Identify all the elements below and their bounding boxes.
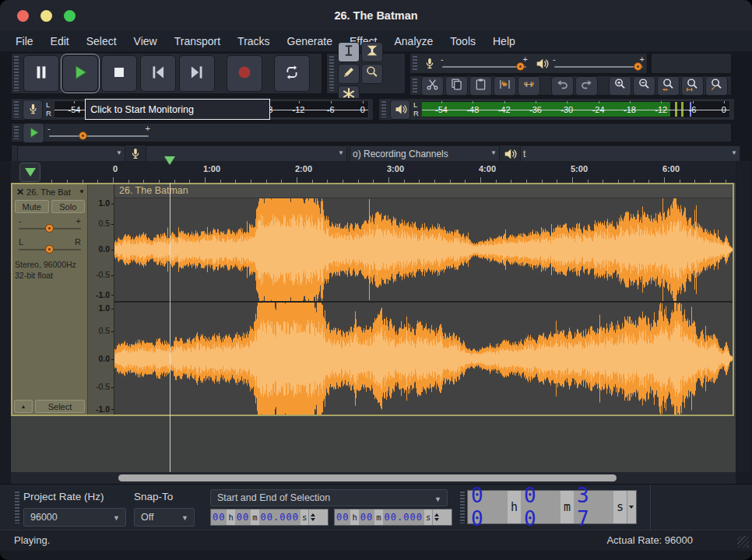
selection-start-field[interactable]: 00h00m00.000s: [210, 509, 329, 526]
menu-item-select[interactable]: Select: [78, 35, 125, 47]
menu-item-help[interactable]: Help: [484, 35, 524, 47]
resize-grip[interactable]: [737, 536, 749, 548]
menu-item-file[interactable]: File: [16, 35, 42, 47]
spinner-down-icon[interactable]: [434, 518, 439, 521]
pan-knob[interactable]: [45, 245, 54, 254]
undo-button[interactable]: [551, 76, 574, 96]
menu-item-transport[interactable]: Transport: [166, 35, 229, 47]
waveform-right-channel[interactable]: [114, 303, 733, 415]
zoom-tool-button[interactable]: [361, 64, 383, 84]
playback-volume-knob[interactable]: [634, 62, 642, 71]
field-spinner[interactable]: [432, 509, 441, 525]
menu-item-tools[interactable]: Tools: [441, 35, 484, 47]
silence-audio-button[interactable]: [518, 76, 540, 96]
snap-to-select[interactable]: Off▼: [134, 508, 195, 527]
mixer-toolbar-grip[interactable]: [413, 56, 417, 71]
zoom-in-button[interactable]: [609, 76, 631, 96]
menu-item-tracks[interactable]: Tracks: [229, 35, 278, 47]
skip-to-end-button[interactable]: [179, 55, 215, 92]
spinner-down-icon[interactable]: [629, 506, 634, 509]
copy-button[interactable]: [445, 76, 468, 96]
vertical-scrollbar[interactable]: [736, 161, 750, 472]
pinned-playhead-button[interactable]: [19, 163, 40, 182]
edit-toolbar-grip[interactable]: [413, 79, 417, 93]
play-speed-grip[interactable]: [14, 126, 19, 139]
timeline-ruler[interactable]: 01:002:003:004:005:006:00: [11, 161, 736, 184]
selection-mode-select[interactable]: Start and End of Selection▼: [210, 489, 448, 506]
tools-toolbar-grip[interactable]: [329, 56, 334, 91]
time-digits[interactable]: 00: [335, 509, 350, 525]
time-unit[interactable]: m: [251, 509, 258, 525]
audio-host-select[interactable]: ▼: [17, 145, 125, 162]
time-unit[interactable]: m: [560, 491, 574, 523]
recording-meter-mic-icon[interactable]: [23, 100, 43, 120]
collapse-track-button[interactable]: ▲: [14, 400, 33, 413]
gain-slider[interactable]: - +: [19, 215, 81, 235]
spinner-up-icon[interactable]: [434, 513, 439, 516]
track-area[interactable]: ✕ 26. The Bat ▼ Mute Solo - + L R: [11, 183, 736, 472]
recording-device-select[interactable]: ▼: [146, 145, 347, 162]
field-spinner[interactable]: [308, 509, 317, 525]
zoom-toggle-button[interactable]: [705, 76, 728, 96]
menu-item-view[interactable]: View: [125, 35, 166, 47]
zoom-to-selection-button[interactable]: [657, 76, 680, 96]
track-name[interactable]: 26. The Bat: [26, 187, 79, 197]
recording-meter[interactable]: -54-48-42-36-30-24-18-12-60Click to Star…: [54, 100, 369, 118]
time-unit[interactable]: h: [227, 509, 234, 525]
time-digits[interactable]: 00: [235, 509, 251, 525]
counter-grip[interactable]: [460, 492, 465, 523]
time-digits[interactable]: 3 7: [574, 491, 613, 523]
track-menu-chevron-icon[interactable]: ▼: [79, 188, 86, 195]
menu-item-edit[interactable]: Edit: [42, 35, 78, 47]
menu-item-generate[interactable]: Generate: [279, 35, 341, 47]
selection-toolbar-grip[interactable]: [15, 492, 19, 523]
zoom-out-button[interactable]: [633, 76, 655, 96]
project-rate-select[interactable]: 96000▼: [23, 508, 126, 527]
redo-button[interactable]: [575, 76, 598, 96]
time-unit[interactable]: s: [424, 509, 432, 525]
time-unit[interactable]: h: [508, 491, 521, 523]
solo-button[interactable]: Solo: [51, 200, 86, 213]
play-at-speed-button[interactable]: [23, 123, 44, 143]
pause-button[interactable]: [23, 55, 59, 92]
vertical-scale-ruler[interactable]: 1.00.50.0-0.5-1.01.00.50.0-0.5-1.0: [87, 184, 114, 415]
envelope-tool-button[interactable]: [361, 42, 383, 62]
time-digits[interactable]: 0 0: [521, 491, 560, 523]
selection-end-field[interactable]: 00h00m00.000s: [334, 509, 452, 526]
field-spinner[interactable]: [627, 491, 636, 523]
time-digits[interactable]: 00.000: [259, 509, 300, 525]
record-button[interactable]: [227, 55, 262, 92]
close-window-button[interactable]: [17, 10, 29, 22]
loop-button[interactable]: [274, 55, 310, 92]
play-button[interactable]: [62, 55, 98, 92]
waveform-left-channel[interactable]: [114, 198, 733, 301]
horizontal-scrollbar[interactable]: [11, 472, 736, 484]
selection-tool-button[interactable]: [338, 42, 360, 62]
pan-slider[interactable]: L R: [19, 236, 81, 256]
time-unit[interactable]: m: [374, 509, 382, 525]
playback-volume-slider[interactable]: - +: [553, 54, 645, 73]
trim-outside-button[interactable]: [494, 76, 516, 96]
time-digits[interactable]: 00: [211, 509, 227, 525]
play-speed-slider[interactable]: - +: [47, 124, 150, 142]
maximize-window-button[interactable]: [64, 10, 76, 22]
cut-button[interactable]: [421, 76, 444, 96]
time-digits[interactable]: 0 0: [468, 491, 508, 523]
play-speed-knob[interactable]: [79, 131, 87, 140]
horizontal-scrollbar-thumb[interactable]: [118, 474, 617, 481]
window-titlebar[interactable]: 26. The Batman: [0, 0, 752, 31]
time-unit[interactable]: s: [613, 491, 627, 523]
audio-position-counter[interactable]: 0 0h0 0m3 7s: [467, 490, 637, 524]
time-unit[interactable]: h: [350, 509, 358, 525]
close-track-button[interactable]: ✕: [14, 187, 26, 198]
playback-meter-grip[interactable]: [381, 101, 386, 117]
record-volume-slider[interactable]: - +: [441, 54, 528, 73]
stop-button[interactable]: [101, 55, 137, 92]
select-track-button[interactable]: Select: [35, 400, 85, 413]
clip-title[interactable]: 26. The Batman: [114, 184, 733, 198]
time-digits[interactable]: 00: [359, 509, 374, 525]
minimize-window-button[interactable]: [40, 10, 52, 22]
time-digits[interactable]: 00.000: [383, 509, 424, 525]
recording-meter-grip[interactable]: [14, 101, 19, 117]
draw-tool-button[interactable]: [338, 64, 360, 84]
